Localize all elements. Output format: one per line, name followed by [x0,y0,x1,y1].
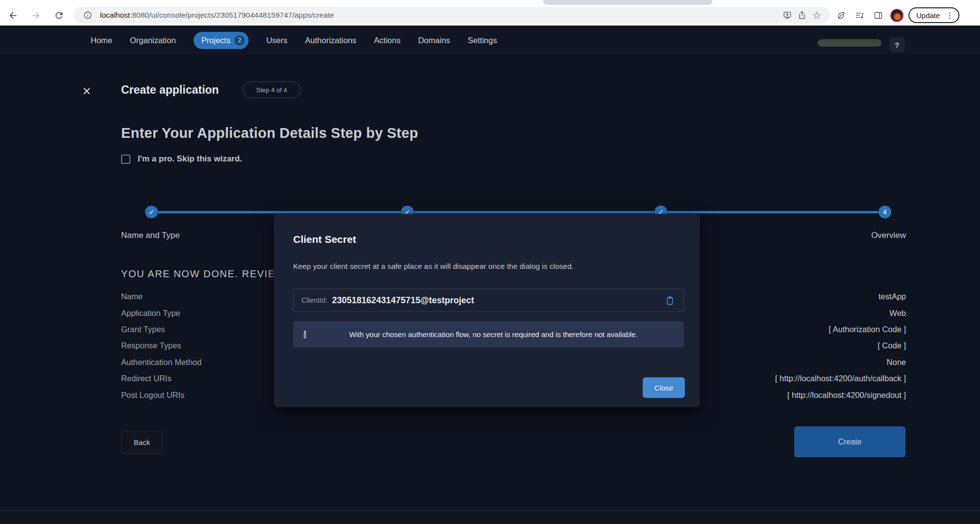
info-icon [300,330,310,340]
avatar[interactable] [890,9,904,22]
install-app-icon[interactable] [780,8,795,23]
dialog-description: Keep your client secret at a safe place … [293,262,574,271]
review-label: Grant Types [121,325,165,334]
projects-count-badge: 2 [234,35,245,46]
nav-item-authorizations[interactable]: Authorizations [305,36,356,45]
tab-gap [543,0,712,5]
skip-wizard-row: I'm a pro. Skip this wizard. [121,154,242,164]
client-id-value: 230518162431475715@testproject [332,295,663,306]
client-id-label: ClientId: [302,296,327,304]
nav-item-users[interactable]: Users [266,36,287,45]
url-text: localhost:8080/ui/console/projects/23051… [100,11,780,20]
review-value: Web [889,309,906,318]
review-value: [ Authorization Code ] [829,325,906,334]
skip-wizard-label: I'm a pro. Skip this wizard. [138,154,242,164]
review-value: [ http://localhost:4200/signedout ] [787,391,906,400]
page-title: Create application [121,83,219,97]
help-button[interactable]: ? [889,37,905,52]
review-value: testApp [879,292,906,301]
side-panel-icon[interactable] [870,7,886,23]
update-button[interactable]: Update ⋮ [908,7,959,23]
close-wizard-icon[interactable]: ✕ [80,84,94,98]
energy-saver-icon[interactable] [833,7,849,23]
step-label-name-and-type: Name and Type [121,231,180,240]
review-value: [ Code ] [878,341,906,350]
url-bar[interactable]: localhost:8080/ui/console/projects/23051… [74,7,830,24]
nav-item-projects-label: Projects [201,36,231,45]
step-badge: Step 4 of 4 [243,81,301,98]
nav-item-projects[interactable]: Projects 2 [194,32,249,49]
nav-item-home[interactable]: Home [91,36,112,45]
nav-item-settings[interactable]: Settings [468,36,497,45]
wizard-heading: Enter Your Application Details Step by S… [121,125,418,141]
step-connector-1 [158,211,401,213]
step-number: 4 [883,208,887,216]
client-id-field: ClientId: 230518162431475715@testproject [293,288,684,312]
browser-toolbar: localhost:8080/ui/console/projects/23051… [0,5,980,26]
step-circle-4[interactable]: 4 [879,206,891,218]
menu-dots-icon[interactable]: ⋮ [944,11,955,20]
browser-tabstrip [0,0,980,5]
browser-forward-icon[interactable] [27,7,44,24]
loading-skeleton [818,39,881,47]
client-secret-dialog: Client Secret Keep your client secret at… [274,214,700,407]
app-nav: Home Organization Projects 2 Users Autho… [0,26,980,55]
review-label: Name [121,292,143,301]
review-value: None [887,358,906,367]
page-info-icon[interactable] [80,8,95,23]
copy-icon[interactable] [663,293,677,307]
back-button[interactable]: Back [121,431,163,454]
close-dialog-button[interactable]: Close [643,377,685,398]
step-circle-1[interactable]: ✓ [145,206,158,218]
review-label: Application Type [121,309,180,318]
page-footer [0,510,980,524]
browser-reload-icon[interactable] [50,7,67,24]
reading-list-icon[interactable] [852,7,867,23]
share-icon[interactable] [795,8,809,23]
check-icon: ✓ [149,209,154,216]
review-label: Redirect URIs [121,374,172,383]
dialog-title: Client Secret [293,234,356,245]
step-connector-3 [667,211,879,213]
review-label: Response Types [121,341,181,350]
step-label-overview: Overview [871,231,906,240]
step-connector-2 [414,211,654,213]
screen: localhost:8080/ui/console/projects/23051… [0,0,980,524]
review-value: [ http://localhost:4200/auth/callback ] [775,374,906,383]
nav-item-domains[interactable]: Domains [418,36,450,45]
browser-back-icon[interactable] [4,7,21,24]
nav-items: Home Organization Projects 2 Users Autho… [91,32,497,49]
skip-wizard-checkbox[interactable] [121,155,130,164]
info-message: With your chosen authentication flow, no… [310,330,677,339]
review-heading: YOU ARE NOW DONE. REVIEW [121,268,285,280]
nav-item-organization[interactable]: Organization [130,36,176,45]
info-banner: With your chosen authentication flow, no… [293,321,684,347]
review-label: Authentication Method [121,358,201,367]
star-icon[interactable]: ☆ [809,8,824,23]
review-label: Post Logout URIs [121,391,184,400]
create-button[interactable]: Create [794,426,905,457]
nav-item-actions[interactable]: Actions [374,36,401,45]
